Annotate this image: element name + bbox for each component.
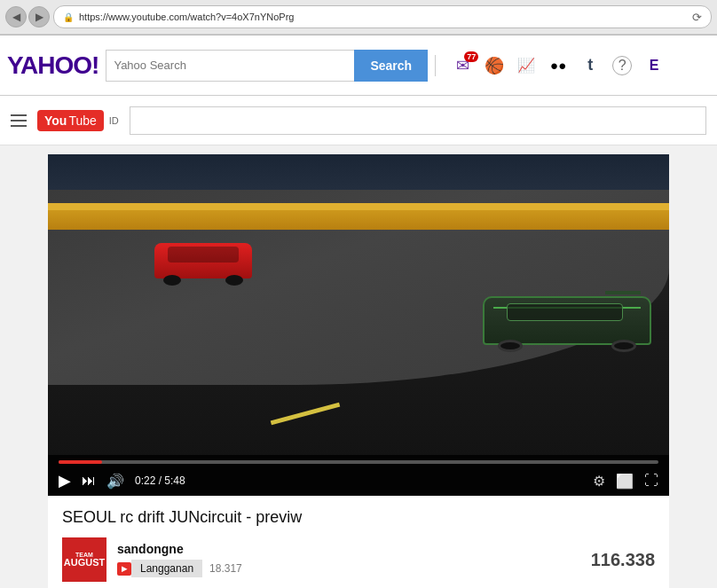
hamburger-line-3 bbox=[11, 125, 27, 127]
video-scene bbox=[48, 154, 669, 496]
green-car-body bbox=[483, 296, 651, 345]
yahoo-sports-icon[interactable]: 🏀 bbox=[482, 53, 507, 78]
youtube-locale: ID bbox=[109, 115, 119, 126]
address-bar[interactable]: 🔒 https://www.youtube.com/watch?v=4oX7nY… bbox=[53, 5, 712, 28]
time-display: 0:22 / 5:48 bbox=[135, 474, 185, 487]
progress-bar[interactable] bbox=[59, 460, 658, 464]
red-car-wheel-left bbox=[163, 275, 181, 286]
lock-icon: 🔒 bbox=[63, 12, 74, 22]
hamburger-menu-button[interactable] bbox=[11, 114, 27, 127]
subscriber-count: 18.317 bbox=[209, 562, 242, 575]
theater-button[interactable]: ⬜ bbox=[616, 473, 634, 490]
volume-button[interactable]: 🔊 bbox=[106, 473, 124, 490]
video-title: SEOUL rc drift JUNcircuit - previw bbox=[62, 508, 655, 527]
controls-right: ⚙ ⬜ ⛶ bbox=[593, 473, 658, 490]
back-button[interactable]: ◀ bbox=[5, 6, 27, 27]
browser-toolbar: ◀ ▶ 🔒 https://www.youtube.com/watch?v=4o… bbox=[0, 0, 717, 35]
sports-ball-icon: 🏀 bbox=[485, 56, 504, 75]
video-controls: ▶ ⏭ 🔊 0:22 / 5:48 ⚙ ⬜ ⛶ bbox=[48, 455, 669, 496]
yahoo-help-icon[interactable]: ? bbox=[610, 53, 634, 78]
hamburger-line-1 bbox=[11, 114, 27, 116]
youtube-logo[interactable]: You Tube ID bbox=[37, 110, 119, 131]
yahoo-mail-icon[interactable]: ✉ 77 bbox=[450, 53, 475, 78]
youtube-tube-text: Tube bbox=[68, 114, 96, 128]
yahoo-toolbar-icons: ✉ 77 🏀 📈 ●● t ? E bbox=[450, 53, 666, 78]
youtube-bar: You Tube ID bbox=[0, 96, 717, 145]
video-container: ▶ ⏭ 🔊 0:22 / 5:48 ⚙ ⬜ ⛶ SEOUL rc drift J… bbox=[48, 154, 669, 588]
finance-chart-icon: 📈 bbox=[517, 57, 535, 74]
channel-name[interactable]: sandongne bbox=[117, 542, 242, 556]
hamburger-line-2 bbox=[11, 120, 27, 122]
green-car-spoiler bbox=[605, 291, 641, 294]
yahoo-search-button[interactable]: Search bbox=[354, 50, 428, 82]
channel-row: TEAM AUGUST sandongne ▶ Langganan 18.317… bbox=[62, 537, 655, 582]
toolbar-divider bbox=[435, 55, 436, 76]
youtube-search-input[interactable] bbox=[130, 106, 706, 135]
guardrail bbox=[48, 203, 669, 230]
avatar-inner: TEAM AUGUST bbox=[64, 552, 105, 568]
red-car-body bbox=[154, 243, 252, 278]
skip-button[interactable]: ⏭ bbox=[82, 473, 96, 489]
url-text: https://www.youtube.com/watch?v=4oX7nYNo… bbox=[79, 12, 687, 22]
green-car-wheel-right bbox=[611, 340, 636, 352]
youtube-you-text: You bbox=[44, 114, 67, 128]
yahoo-extra-icon: E bbox=[650, 58, 659, 74]
nav-arrows: ◀ ▶ bbox=[5, 6, 50, 27]
yahoo-more-icon[interactable]: E bbox=[642, 53, 666, 78]
fullscreen-button[interactable]: ⛶ bbox=[644, 473, 658, 489]
view-count: 116.338 bbox=[591, 550, 655, 570]
mail-badge-count: 77 bbox=[464, 51, 478, 62]
red-car bbox=[154, 243, 252, 292]
video-info: SEOUL rc drift JUNcircuit - previw TEAM … bbox=[48, 496, 669, 588]
channel-avatar[interactable]: TEAM AUGUST bbox=[62, 537, 106, 582]
yahoo-flickr-icon[interactable]: ●● bbox=[546, 53, 571, 78]
flickr-icon: ●● bbox=[550, 58, 566, 73]
yahoo-finance-icon[interactable]: 📈 bbox=[514, 53, 539, 78]
yahoo-tumblr-icon[interactable]: t bbox=[578, 53, 603, 78]
channel-left: TEAM AUGUST sandongne ▶ Langganan 18.317 bbox=[62, 537, 242, 582]
refresh-button[interactable]: ⟳ bbox=[692, 11, 702, 24]
play-button[interactable]: ▶ bbox=[59, 471, 71, 490]
green-car bbox=[483, 296, 651, 363]
forward-button[interactable]: ▶ bbox=[28, 6, 50, 27]
controls-row: ▶ ⏭ 🔊 0:22 / 5:48 ⚙ ⬜ ⛶ bbox=[59, 471, 658, 490]
progress-bar-fill bbox=[59, 460, 102, 464]
subscribe-section: ▶ Langganan 18.317 bbox=[117, 560, 242, 577]
tumblr-icon: t bbox=[587, 56, 593, 74]
browser-chrome: ◀ ▶ 🔒 https://www.youtube.com/watch?v=4o… bbox=[0, 0, 717, 35]
yahoo-logo: YAHOO! bbox=[7, 51, 98, 80]
settings-button[interactable]: ⚙ bbox=[593, 473, 605, 490]
yahoo-search-container: Search bbox=[106, 50, 428, 82]
controls-left: ▶ ⏭ 🔊 0:22 / 5:48 bbox=[59, 471, 185, 490]
guardrail-top bbox=[48, 203, 669, 210]
youtube-logo-box: You Tube bbox=[37, 110, 104, 131]
subscribe-button[interactable]: Langganan bbox=[131, 560, 202, 577]
green-car-wheel-left bbox=[498, 340, 523, 352]
yahoo-bar: YAHOO! Search ✉ 77 🏀 📈 ●● t ? E bbox=[0, 35, 717, 96]
help-question-icon: ? bbox=[612, 56, 632, 75]
channel-info: sandongne ▶ Langganan 18.317 bbox=[117, 542, 242, 577]
yahoo-search-input[interactable] bbox=[106, 50, 354, 82]
main-content: ▶ ⏭ 🔊 0:22 / 5:48 ⚙ ⬜ ⛶ SEOUL rc drift J… bbox=[0, 145, 717, 588]
avatar-august-text: AUGUST bbox=[64, 558, 105, 568]
red-car-window bbox=[168, 247, 239, 263]
red-car-wheel-right bbox=[225, 275, 243, 286]
video-player[interactable]: ▶ ⏭ 🔊 0:22 / 5:48 ⚙ ⬜ ⛶ bbox=[48, 154, 669, 496]
road-line-1 bbox=[271, 403, 341, 426]
youtube-sub-icon: ▶ bbox=[117, 562, 131, 576]
green-car-window bbox=[507, 303, 623, 321]
